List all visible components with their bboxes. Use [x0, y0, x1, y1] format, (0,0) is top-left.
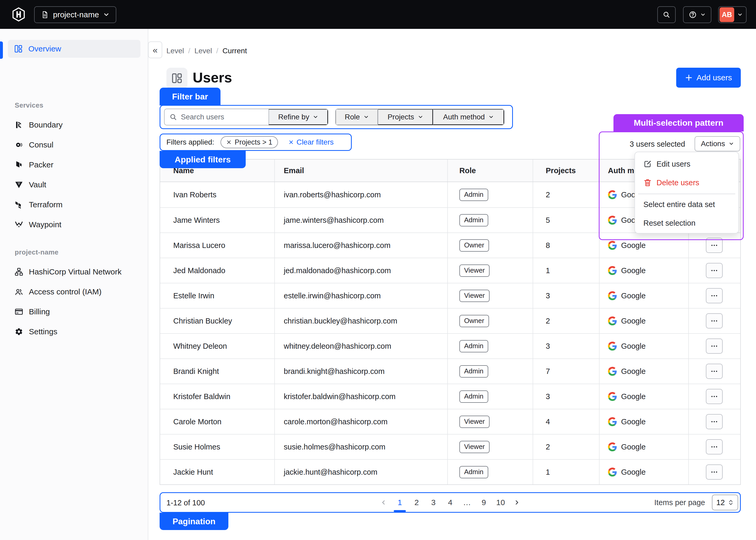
- page-title-icon: [166, 68, 188, 89]
- user-name: Susie Holmes: [160, 435, 274, 459]
- ellipsis-icon: [710, 342, 718, 350]
- row-overflow-menu-button[interactable]: [706, 313, 723, 329]
- projects-filter-button[interactable]: Projects: [378, 109, 433, 125]
- sidebar-item-settings[interactable]: Settings: [8, 323, 140, 340]
- sidebar-item-terraform[interactable]: Terraform: [8, 196, 140, 213]
- sidebar-item-access-control[interactable]: Access control (IAM): [8, 283, 140, 301]
- page-number-3[interactable]: 3: [428, 497, 439, 508]
- project-switcher-button[interactable]: project-name: [34, 6, 116, 23]
- menu-item-delete-users[interactable]: Delete users: [635, 177, 738, 189]
- filters-applied-label: Filters applied:: [166, 138, 214, 146]
- sidebar-item-consul[interactable]: Consul: [8, 136, 140, 154]
- global-search-button[interactable]: [657, 6, 676, 23]
- column-header-email[interactable]: Email: [274, 160, 447, 182]
- auth-method-filter-label: Auth method: [443, 113, 485, 121]
- close-icon[interactable]: [226, 140, 231, 145]
- add-users-label: Add users: [696, 73, 732, 82]
- table-row: Whitney Deleon whitney.deleon@hashicorp.…: [160, 333, 740, 358]
- actions-button[interactable]: Actions: [694, 136, 740, 151]
- ellipsis-icon: [710, 292, 718, 300]
- google-icon: [608, 216, 617, 224]
- page-number-1[interactable]: 1: [394, 497, 405, 508]
- projects-count: 1: [532, 460, 599, 484]
- clear-filters-button[interactable]: Clear filters: [288, 138, 334, 146]
- menu-item-reset-selection[interactable]: Reset selection: [635, 217, 738, 229]
- refine-by-button[interactable]: Refine by: [268, 109, 328, 125]
- projects-count: 3: [532, 334, 599, 358]
- sidebar-collapse-button[interactable]: «: [148, 42, 162, 58]
- filter-chip-projects[interactable]: Projects > 1: [221, 136, 278, 148]
- role-filter-button[interactable]: Role: [336, 109, 378, 125]
- user-name: Brandi Knight: [160, 359, 274, 384]
- account-menu-button[interactable]: AB: [718, 6, 747, 23]
- add-users-button[interactable]: Add users: [676, 68, 741, 88]
- document-icon: [41, 11, 49, 19]
- sidebar-item-vault[interactable]: Vault: [8, 176, 140, 194]
- google-icon: [608, 468, 617, 476]
- menu-item-label: Select entire data set: [643, 200, 715, 209]
- row-overflow-menu-button[interactable]: [706, 263, 723, 278]
- role-badge: Admin: [459, 189, 488, 201]
- google-icon: [608, 392, 617, 401]
- vault-icon: [15, 181, 23, 189]
- previous-page-button[interactable]: [378, 497, 389, 508]
- sidebar-item-label: Billing: [29, 307, 50, 316]
- items-per-page-stepper[interactable]: 12: [712, 494, 738, 510]
- sidebar-item-hvn[interactable]: HashiCorp Virtual Network: [8, 263, 140, 281]
- search-input[interactable]: [181, 113, 260, 121]
- waypoint-icon: [15, 220, 23, 229]
- column-header-projects[interactable]: Projects: [532, 160, 599, 182]
- auth-method: Google: [621, 468, 646, 476]
- page-number-9[interactable]: 9: [478, 497, 490, 508]
- row-overflow-menu-button[interactable]: [706, 288, 723, 303]
- row-overflow-menu-button[interactable]: [706, 364, 723, 379]
- row-overflow-menu-button[interactable]: [706, 338, 723, 354]
- menu-item-edit-users[interactable]: Edit users: [635, 158, 738, 170]
- projects-filter-label: Projects: [387, 113, 414, 121]
- help-menu-button[interactable]: [683, 6, 711, 23]
- menu-divider: [638, 194, 735, 194]
- auth-method: Google: [621, 417, 646, 426]
- google-icon: [608, 317, 617, 326]
- user-email: brandi.knight@hashicorp.com: [274, 359, 447, 384]
- projects-count: 1: [532, 258, 599, 283]
- sidebar-item-packer[interactable]: Packer: [8, 156, 140, 174]
- sidebar-item-label: Consul: [29, 140, 53, 149]
- sidebar-item-label: HashiCorp Virtual Network: [29, 267, 121, 276]
- annotation-filter-bar: Filter bar: [160, 88, 221, 105]
- sidebar-item-waypoint[interactable]: Waypoint: [8, 216, 140, 233]
- row-overflow-menu-button[interactable]: [706, 439, 723, 455]
- google-icon: [608, 442, 617, 451]
- user-email: estelle.irwin@hashicorp.com: [274, 283, 447, 308]
- sidebar-item-boundary[interactable]: Boundary: [8, 116, 140, 134]
- next-page-button[interactable]: [512, 497, 522, 508]
- page-number-2[interactable]: 2: [411, 497, 422, 508]
- row-overflow-menu-button[interactable]: [706, 465, 723, 480]
- role-badge: Admin: [459, 340, 488, 352]
- user-email: jame.winters@hashicorp.com: [274, 208, 447, 232]
- menu-item-select-entire-data-set[interactable]: Select entire data set: [635, 199, 738, 210]
- items-per-page-value: 12: [716, 498, 725, 507]
- breadcrumb-link[interactable]: Level: [166, 47, 184, 55]
- page-number-4[interactable]: 4: [444, 497, 456, 508]
- sidebar-heading-project: project-name: [15, 248, 59, 256]
- breadcrumb-link[interactable]: Level: [195, 47, 212, 55]
- ellipsis-icon: [710, 468, 718, 476]
- annotation-pagination: Pagination: [160, 513, 228, 530]
- breadcrumb: Level / Level / Current: [166, 47, 247, 55]
- user-email: christian.buckley@hashicorp.com: [274, 309, 447, 333]
- row-overflow-menu-button[interactable]: [706, 238, 723, 253]
- projects-count: 8: [532, 233, 599, 258]
- role-badge: Viewer: [459, 441, 490, 453]
- row-overflow-menu-button[interactable]: [706, 389, 723, 404]
- user-email: susie.holmes@hashicorp.com: [274, 435, 447, 459]
- column-header-role[interactable]: Role: [447, 160, 532, 182]
- sidebar-item-billing[interactable]: Billing: [8, 303, 140, 321]
- sidebar-item-overview[interactable]: Overview: [8, 40, 140, 58]
- table-row: Kristofer Baldwin kristofer.baldwin@hash…: [160, 384, 740, 409]
- page-number-10[interactable]: 10: [495, 497, 506, 508]
- role-badge: Owner: [459, 239, 489, 252]
- search-icon: [663, 11, 671, 19]
- row-overflow-menu-button[interactable]: [706, 414, 723, 429]
- auth-method-filter-button[interactable]: Auth method: [433, 109, 504, 125]
